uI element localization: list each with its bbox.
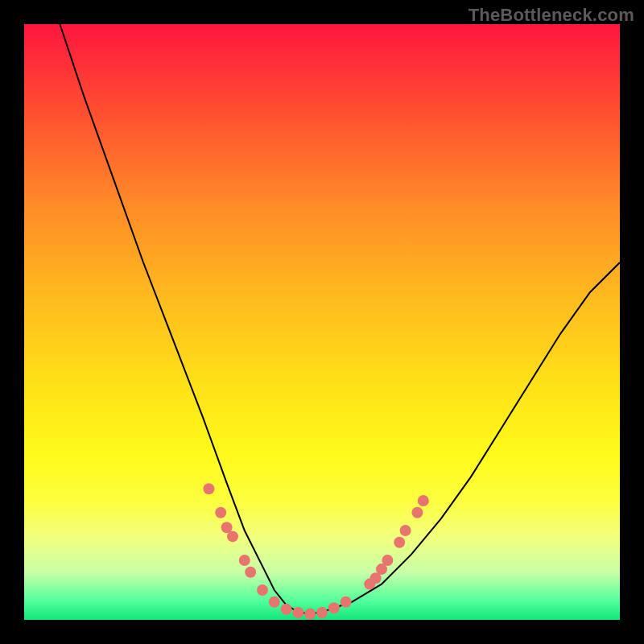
chart-svg [24, 24, 620, 620]
curve-marker [341, 597, 352, 608]
curve-marker [215, 507, 226, 518]
curve-marker [376, 564, 387, 575]
curve-marker [221, 522, 233, 533]
curve-marker [418, 495, 429, 506]
watermark-text: TheBottleneck.com [469, 5, 634, 26]
curve-marker [292, 607, 303, 618]
curve-marker [257, 584, 268, 596]
curve-marker [316, 607, 328, 618]
curve-marker [411, 507, 423, 518]
curve-marker [400, 525, 411, 536]
curve-marker [328, 602, 340, 613]
curve-marker [227, 530, 238, 542]
curve-marker [304, 609, 316, 620]
curve-marker [394, 537, 405, 548]
curve-markers [203, 483, 428, 619]
bottleneck-curve [60, 24, 620, 614]
curve-marker [245, 567, 256, 578]
curve-marker [203, 483, 214, 494]
curve-marker [239, 555, 250, 566]
curve-marker [281, 604, 292, 615]
curve-marker [382, 555, 393, 566]
curve-marker [364, 579, 375, 590]
chart-plot-area [24, 24, 620, 620]
curve-marker [269, 597, 280, 608]
curve-marker [370, 572, 382, 584]
